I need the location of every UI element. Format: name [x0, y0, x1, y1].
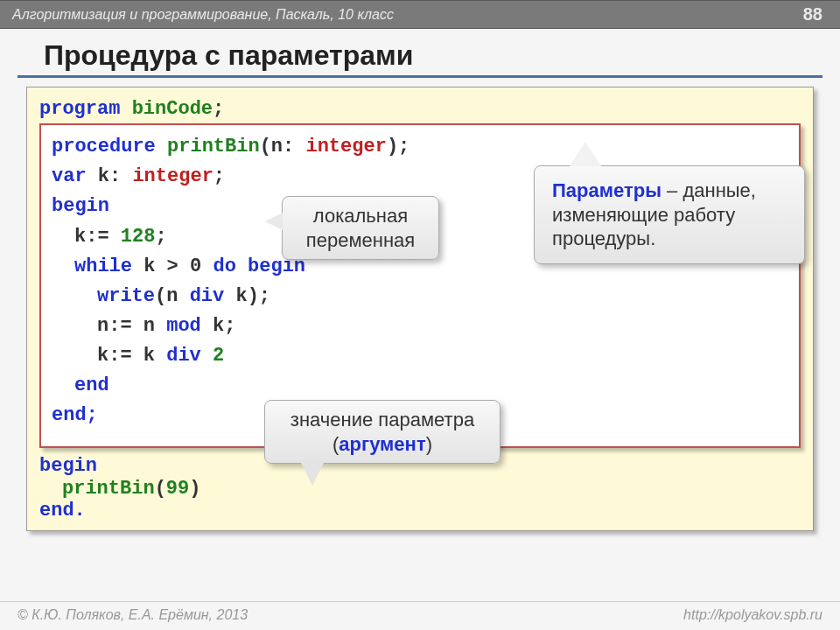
callout-tail-icon	[300, 461, 325, 486]
callout-tail-icon	[265, 213, 283, 230]
content-area: program binCode; procedure printBin(n: i…	[0, 87, 840, 540]
while-cond: k > 0	[144, 256, 201, 277]
outer-code-block: program binCode; procedure printBin(n: i…	[26, 87, 814, 531]
footer: © К.Ю. Поляков, Е.А. Ерёмин, 2013 http:/…	[0, 601, 840, 630]
val-128: 128	[121, 226, 156, 248]
var-k: k	[98, 165, 109, 187]
program-name: binCode	[132, 98, 213, 120]
callout-argument-b: )	[426, 433, 432, 455]
write-close: k);	[235, 285, 270, 307]
top-bar: Алгоритмизация и программирование, Паска…	[0, 0, 840, 29]
val-2: 2	[213, 345, 224, 367]
callout-params-term: Параметры	[552, 179, 662, 201]
kw-div-2: div	[166, 345, 201, 367]
footer-right: http://kpolyakov.spb.ru	[683, 607, 822, 623]
param-n: n	[271, 136, 283, 158]
kw-end-final: end.	[39, 500, 801, 522]
n-mod-b: k;	[213, 315, 235, 337]
callout-tail-icon	[570, 142, 601, 166]
kw-program: program	[39, 98, 120, 120]
page-title: Процедура с параметрами	[18, 29, 822, 78]
kw-write: write	[97, 285, 155, 307]
call-arg-99: 99	[166, 478, 189, 500]
kw-var: var	[52, 165, 87, 187]
breadcrumb: Алгоритмизация и программирование, Паска…	[12, 7, 394, 23]
proc-name: printBin	[167, 136, 260, 158]
n-mod-a: n:= n	[97, 315, 155, 337]
k-assign: k:=	[74, 226, 109, 248]
callout-localvar-text: локальная переменная	[306, 205, 415, 251]
page-number: 88	[803, 4, 822, 24]
write-open: (n	[155, 285, 178, 307]
callout-parameters: Параметры – данные, изменяющие работу пр…	[534, 165, 805, 264]
kw-while: while	[74, 256, 132, 277]
footer-left: © К.Ю. Поляков, Е.А. Ерёмин, 2013	[18, 607, 248, 623]
k-div-a: k:= k	[97, 345, 155, 367]
callout-argument-term: аргумент	[339, 433, 425, 455]
kw-procedure: procedure	[52, 136, 156, 158]
kw-mod: mod	[166, 315, 201, 337]
type-integer-1: integer	[305, 136, 386, 158]
kw-end-1: end	[52, 371, 788, 401]
type-integer-2: integer	[132, 165, 213, 187]
callout-argument: значение параметра (аргумент)	[264, 400, 500, 464]
kw-div-1: div	[190, 285, 225, 307]
callout-local-variable: локальная переменная	[282, 196, 439, 260]
call-proc-name: printBin	[62, 478, 155, 500]
